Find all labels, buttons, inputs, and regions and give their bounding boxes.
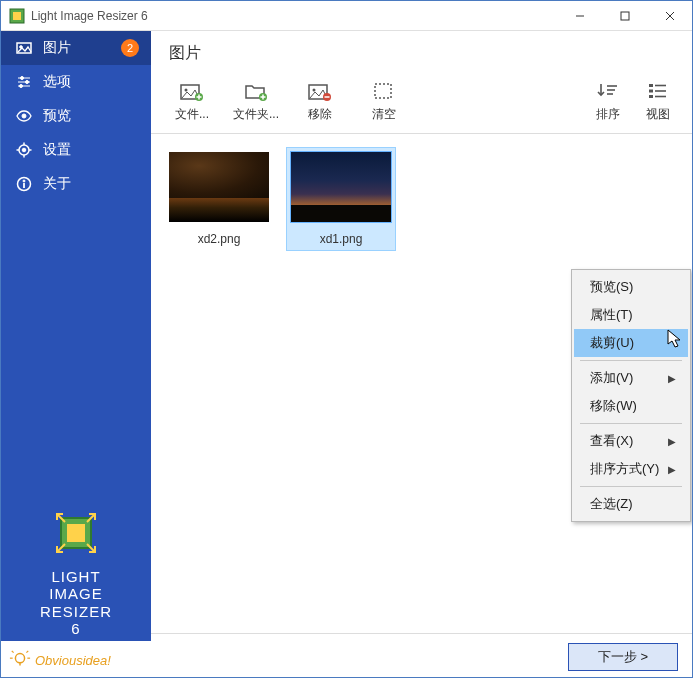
svg-line-34: [12, 651, 14, 653]
sliders-icon: [15, 73, 33, 91]
context-menu: 预览(S) 属性(T) 裁剪(U) 添加(V)▶ 移除(W) 查看(X)▶ 排序…: [571, 269, 691, 522]
chevron-right-icon: ▶: [668, 436, 676, 447]
add-file-icon: [179, 80, 205, 102]
chevron-right-icon: ▶: [668, 464, 676, 475]
chevron-right-icon: ▶: [668, 373, 676, 384]
toolbar: 文件... 文件夹... 移除 清空 排序: [151, 72, 692, 134]
brand-logo-icon: [51, 508, 101, 558]
svg-point-37: [185, 89, 188, 92]
count-badge: 2: [121, 39, 139, 57]
ctx-add[interactable]: 添加(V)▶: [574, 364, 688, 392]
sidebar-item-label: 关于: [43, 175, 71, 193]
toolbar-label: 排序: [596, 106, 620, 123]
view-icon: [645, 80, 671, 102]
gear-icon: [15, 141, 33, 159]
brand-text: LIGHT IMAGE RESIZER 6: [1, 568, 151, 637]
svg-rect-25: [67, 524, 85, 542]
thumbnail-image: [169, 152, 269, 222]
maximize-button[interactable]: [602, 1, 647, 31]
sidebar-item-settings[interactable]: 设置: [1, 133, 151, 167]
main-panel: 图片 文件... 文件夹... 移除 清空: [151, 31, 692, 678]
thumbnail-filename: xd2.png: [169, 232, 269, 246]
view-dropdown[interactable]: 视图: [636, 76, 680, 127]
svg-point-45: [313, 89, 316, 92]
remove-button[interactable]: 移除: [291, 76, 349, 127]
clear-button[interactable]: 清空: [355, 76, 413, 127]
ctx-view[interactable]: 查看(X)▶: [574, 427, 688, 455]
ctx-separator: [580, 423, 682, 424]
sidebar: 图片 2 选项 预览 设置 关于: [1, 31, 151, 678]
sidebar-item-preview[interactable]: 预览: [1, 99, 151, 133]
remove-file-icon: [307, 80, 333, 102]
add-files-button[interactable]: 文件...: [163, 76, 221, 127]
add-folder-button[interactable]: 文件夹...: [227, 76, 285, 127]
toolbar-label: 清空: [372, 106, 396, 123]
sort-dropdown[interactable]: 排序: [586, 76, 630, 127]
sidebar-item-images[interactable]: 图片 2: [1, 31, 151, 65]
info-icon: [15, 175, 33, 193]
ctx-separator: [580, 360, 682, 361]
svg-point-16: [22, 148, 26, 152]
thumbnail-item[interactable]: xd1.png: [287, 148, 395, 250]
toolbar-label: 文件夹...: [233, 106, 279, 123]
close-button[interactable]: [647, 1, 692, 31]
svg-rect-48: [375, 84, 391, 98]
minimize-button[interactable]: [557, 1, 602, 31]
svg-line-35: [26, 651, 28, 653]
vendor-link[interactable]: Obviousidea!: [1, 641, 151, 678]
next-button-label: 下一步 >: [598, 648, 648, 666]
thumbnail-image: [291, 152, 391, 222]
app-icon: [9, 8, 25, 24]
svg-point-9: [21, 77, 24, 80]
window-title: Light Image Resizer 6: [31, 9, 148, 23]
add-folder-icon: [243, 80, 269, 102]
svg-point-22: [23, 180, 25, 182]
sidebar-item-label: 预览: [43, 107, 71, 125]
thumbnail-item[interactable]: xd2.png: [165, 148, 273, 250]
clear-icon: [371, 80, 397, 102]
svg-rect-57: [649, 95, 653, 98]
svg-rect-55: [649, 90, 653, 93]
eye-icon: [15, 107, 33, 125]
sidebar-item-label: 图片: [43, 39, 71, 57]
page-title: 图片: [151, 31, 692, 72]
thumbnail-filename: xd1.png: [291, 232, 391, 246]
ctx-properties[interactable]: 属性(T): [574, 301, 688, 329]
svg-rect-53: [649, 84, 653, 87]
svg-point-30: [15, 654, 24, 663]
images-icon: [15, 39, 33, 57]
toolbar-label: 移除: [308, 106, 332, 123]
ctx-preview[interactable]: 预览(S): [574, 273, 688, 301]
brand-block: LIGHT IMAGE RESIZER 6: [1, 508, 151, 637]
titlebar: Light Image Resizer 6: [1, 1, 692, 31]
sidebar-item-label: 选项: [43, 73, 71, 91]
svg-point-14: [22, 114, 26, 118]
svg-point-13: [20, 85, 23, 88]
svg-point-11: [26, 81, 29, 84]
lightbulb-icon: [9, 649, 31, 671]
sort-icon: [595, 80, 621, 102]
svg-rect-1: [13, 12, 21, 20]
next-button[interactable]: 下一步 >: [568, 643, 678, 671]
ctx-crop[interactable]: 裁剪(U): [574, 329, 688, 357]
ctx-remove[interactable]: 移除(W): [574, 392, 688, 420]
vendor-label: Obviousidea!: [35, 653, 111, 668]
svg-rect-3: [621, 12, 629, 20]
ctx-select-all[interactable]: 全选(Z): [574, 490, 688, 518]
ctx-sort-by[interactable]: 排序方式(Y)▶: [574, 455, 688, 483]
ctx-separator: [580, 486, 682, 487]
footer: 下一步 >: [151, 633, 692, 678]
sidebar-item-label: 设置: [43, 141, 71, 159]
toolbar-label: 视图: [646, 106, 670, 123]
toolbar-label: 文件...: [175, 106, 209, 123]
sidebar-item-about[interactable]: 关于: [1, 167, 151, 201]
sidebar-item-options[interactable]: 选项: [1, 65, 151, 99]
